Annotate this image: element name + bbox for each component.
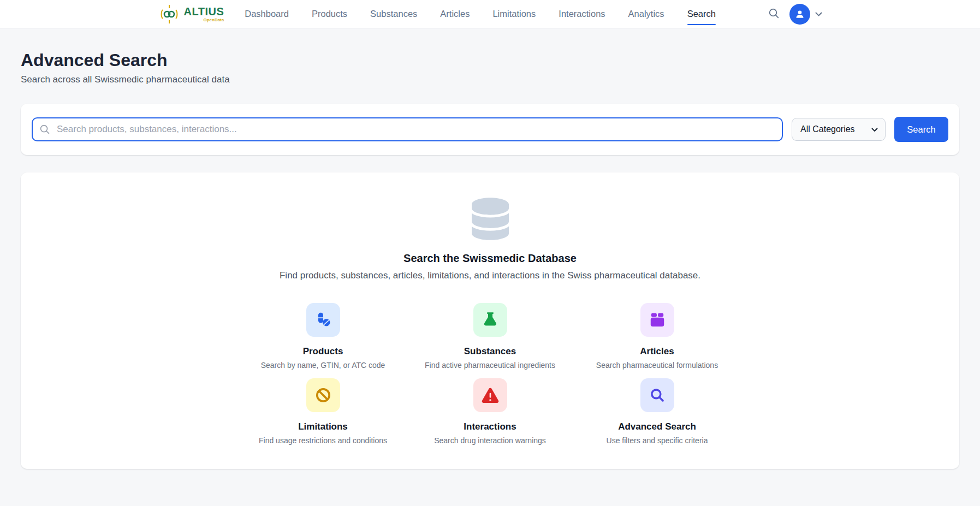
category-description: Search by name, GTIN, or ATC code	[240, 361, 407, 370]
warning-triangle-icon	[473, 378, 507, 412]
category-title: Advanced Search	[574, 421, 741, 432]
category-tile-limitations[interactable]: Limitations Find usage restrictions and …	[240, 378, 407, 445]
search-button[interactable]: Search	[894, 117, 948, 142]
category-description: Use filters and specific criteria	[574, 436, 741, 445]
nav-search-button[interactable]	[768, 8, 780, 21]
page-title: Advanced Search	[21, 50, 959, 70]
user-menu[interactable]	[789, 4, 822, 25]
package-icon	[640, 303, 674, 337]
page-subtitle: Search across all Swissmedic pharmaceuti…	[21, 74, 959, 85]
pills-icon	[306, 303, 340, 337]
chevron-down-icon	[871, 124, 878, 134]
category-select[interactable]: All Categories	[792, 118, 886, 141]
category-tile-advanced-search[interactable]: Advanced Search Use filters and specific…	[574, 378, 741, 445]
category-description: Find active pharmaceutical ingredients	[407, 361, 574, 370]
main-nav: Dashboard Products Substances Articles L…	[245, 7, 716, 21]
brand-tagline: OpenData	[203, 18, 224, 22]
altius-infinity-logo-icon	[158, 4, 180, 25]
top-nav: ALTIUS OpenData Dashboard Products Subst…	[0, 0, 980, 28]
empty-state-card: Search the Swissmedic Database Find prod…	[21, 172, 959, 469]
search-icon	[640, 378, 674, 412]
nav-item-products[interactable]: Products	[312, 7, 347, 21]
category-description: Search drug interaction warnings	[407, 436, 574, 445]
search-field	[32, 117, 783, 141]
database-icon	[21, 198, 959, 240]
user-avatar	[789, 4, 810, 25]
search-icon	[768, 8, 780, 21]
empty-state-title: Search the Swissmedic Database	[21, 252, 959, 265]
flask-icon	[473, 303, 507, 337]
category-tile-interactions[interactable]: Interactions Search drug interaction war…	[407, 378, 574, 445]
brand-name: ALTIUS	[184, 6, 224, 17]
chevron-down-icon	[815, 9, 822, 19]
search-bar-card: All Categories Search	[21, 104, 959, 155]
category-tile-articles[interactable]: Articles Search pharmaceutical formulati…	[574, 303, 741, 370]
search-input[interactable]	[32, 117, 783, 141]
nav-item-articles[interactable]: Articles	[440, 7, 470, 21]
category-select-value: All Categories	[800, 124, 855, 134]
nav-item-search[interactable]: Search	[687, 7, 716, 21]
empty-state-description: Find products, substances, articles, lim…	[21, 270, 959, 281]
nav-item-interactions[interactable]: Interactions	[559, 7, 605, 21]
category-description: Search pharmaceutical formulations	[574, 361, 741, 370]
nav-item-dashboard[interactable]: Dashboard	[245, 7, 289, 21]
category-description: Find usage restrictions and conditions	[240, 436, 407, 445]
category-title: Interactions	[407, 421, 574, 432]
category-title: Substances	[407, 346, 574, 357]
prohibited-icon	[306, 378, 340, 412]
search-icon	[39, 124, 50, 135]
brand-logo[interactable]: ALTIUS OpenData	[158, 4, 224, 25]
category-title: Limitations	[240, 421, 407, 432]
category-grid: Products Search by name, GTIN, or ATC co…	[21, 303, 959, 445]
category-tile-substances[interactable]: Substances Find active pharmaceutical in…	[407, 303, 574, 370]
nav-item-limitations[interactable]: Limitations	[492, 7, 536, 21]
nav-item-analytics[interactable]: Analytics	[628, 7, 664, 21]
category-tile-products[interactable]: Products Search by name, GTIN, or ATC co…	[240, 303, 407, 370]
category-title: Articles	[574, 346, 741, 357]
category-title: Products	[240, 346, 407, 357]
nav-item-substances[interactable]: Substances	[370, 7, 417, 21]
